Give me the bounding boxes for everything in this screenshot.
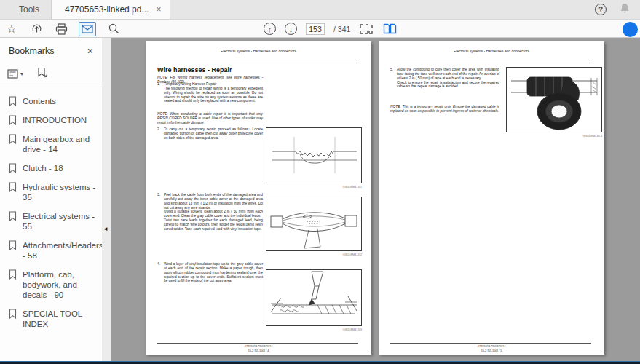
- page-running-header: Electrical systems - Harnesses and conne…: [379, 49, 604, 53]
- figure-caption: GS5D8M413 2: [266, 253, 362, 256]
- step-body: Allow the compound to cure then cover th…: [397, 68, 499, 80]
- bookmark-label: Electrical systems - 55: [23, 211, 98, 232]
- document-tab-label: 47705653-linked pd...: [65, 4, 149, 15]
- bookmarks-list: Contents INTRODUCTION Main gearbox and d…: [0, 87, 102, 333]
- tools-panel-fab[interactable]: [623, 22, 638, 37]
- step-body: The following method to repair wiring is…: [164, 87, 263, 103]
- two-page-view-icon[interactable]: [382, 22, 397, 36]
- add-bookmark-icon[interactable]: [36, 67, 48, 81]
- bookmark-label: Platform, cab, bodywork, and decals - 90: [23, 269, 98, 300]
- main-toolbar: ☆ ↑ ↓: [0, 20, 640, 38]
- step-body: Twist two bare leads together for each d…: [164, 218, 263, 231]
- step-2: 2. To carry out a temporary repair, proc…: [157, 127, 263, 141]
- acrobat-window: Tools 47705653-linked pd... × ? ☆: [0, 0, 640, 364]
- sidebar-gutter: [102, 38, 111, 361]
- bell-icon[interactable]: [620, 3, 630, 17]
- document-page-left: Electrical systems - Harnesses and conne…: [146, 41, 371, 355]
- sidebar-item-introduction[interactable]: INTRODUCTION: [0, 111, 102, 130]
- page-number-input[interactable]: 153: [306, 23, 325, 35]
- bookmark-label: Attachments/Headers - 58: [23, 240, 103, 261]
- header-rule: [157, 63, 357, 63]
- note-text: NOTE: When conducting a cable repair it …: [157, 112, 263, 125]
- help-icon[interactable]: ?: [595, 4, 607, 15]
- next-page-icon[interactable]: ↓: [285, 23, 297, 35]
- bookmark-label: Contents: [23, 96, 56, 106]
- bottom-status-bar: [0, 361, 640, 364]
- figure-caption: GS5D8M413 4: [506, 134, 602, 138]
- figure-caption: GS5D8M413 3: [266, 328, 362, 331]
- email-icon[interactable]: [79, 22, 96, 36]
- figure-damaged-cable: [266, 127, 362, 183]
- print-icon[interactable]: [54, 22, 68, 36]
- step-number: 2.: [157, 127, 164, 141]
- bookmarks-title: Bookmarks: [9, 46, 55, 56]
- tab-tools[interactable]: Tools: [7, 0, 52, 19]
- bookmarks-panel: Bookmarks × ▾ Cont: [0, 38, 102, 361]
- header-rule: [390, 63, 590, 63]
- bookmark-label: Hydraulic systems - 35: [23, 182, 98, 202]
- bookmark-label: INTRODUCTION: [23, 115, 87, 125]
- step-body: To carry out a temporary repair, proceed…: [164, 127, 263, 141]
- figure-peeled-cable: [266, 197, 362, 251]
- document-page-right: Electrical systems - Harnesses and conne…: [379, 41, 604, 355]
- figure-caption: GS5D8M413 1: [266, 185, 362, 189]
- zoom-search-icon[interactable]: [106, 22, 121, 36]
- bookmarks-toolbar: ▾: [0, 61, 102, 87]
- content-region: Bookmarks × ▾ Cont: [0, 38, 640, 361]
- step-1: 1. Temporary Wiring Harness Repair The f…: [157, 82, 263, 103]
- bookmark-options-icon[interactable]: ▾: [7, 69, 23, 79]
- sidebar-item-special-tool-index[interactable]: SPECIAL TOOL INDEX: [0, 304, 102, 333]
- step-title: Temporary Wiring Harness Repair: [164, 82, 216, 86]
- bookmark-label: SPECIAL TOOL INDEX: [23, 309, 98, 329]
- sidebar-item-platform[interactable]: Platform, cab, bodywork, and decals - 90: [0, 265, 102, 304]
- section-title: Wire harnesses - Repair: [157, 66, 232, 74]
- page-running-header: Electrical systems - Harnesses and conne…: [146, 49, 371, 53]
- share-upload-icon[interactable]: [29, 22, 44, 36]
- figure-soldering: [266, 269, 362, 326]
- footer-rule: [157, 343, 358, 344]
- note-text: NOTE: This is a temporary repair only. E…: [390, 105, 499, 114]
- footer-ref: 47705653 29/04/2014: [478, 344, 506, 348]
- footer-rule: [390, 343, 591, 344]
- close-tab-icon[interactable]: ×: [156, 4, 161, 15]
- tab-bar-right: ?: [595, 0, 640, 19]
- step-3: 3. Peel back the cable from both ends of…: [157, 193, 263, 232]
- page-display-icon[interactable]: [359, 22, 374, 36]
- step-number: 5.: [390, 68, 397, 89]
- sidebar-item-main-gearbox[interactable]: Main gearbox and drive - 14: [0, 130, 102, 159]
- collapse-panel-icon[interactable]: ◄: [103, 226, 108, 232]
- footer-page-number: 55.2 [55.100] / 5: [481, 349, 502, 352]
- caret-down-icon: ▾: [20, 71, 23, 77]
- sidebar-item-hydraulic[interactable]: Hydraulic systems - 35: [0, 178, 102, 207]
- step-4: 4. Wind a layer of vinyl insulation tape…: [157, 262, 263, 283]
- toolbar-page-nav: ↑ ↓ 153 / 341: [264, 20, 397, 38]
- document-area[interactable]: Electrical systems - Harnesses and conne…: [111, 38, 640, 361]
- footer-ref: 47705653 29/04/2014: [245, 344, 273, 348]
- page-footer: 47705653 29/04/2014 55.2 [55.100] / 4: [146, 344, 371, 353]
- figure-tape-roll: [506, 67, 602, 132]
- tab-bar: Tools 47705653-linked pd... × ?: [0, 0, 640, 20]
- sidebar-item-attachments[interactable]: Attachments/Headers - 58: [0, 236, 102, 265]
- step-number: 1.: [157, 82, 164, 103]
- step-5: 5. Allow the compound to cure then cover…: [390, 68, 499, 89]
- step-body: Peel back the cable from both ends of th…: [164, 193, 263, 210]
- step-number: 3.: [157, 193, 164, 232]
- step-body: Using a suitable solvent, clean about 2 …: [164, 210, 263, 218]
- sidebar-item-electrical[interactable]: Electrical systems - 55: [0, 207, 102, 236]
- favorites-star-icon[interactable]: ☆: [4, 22, 19, 36]
- close-panel-icon[interactable]: ×: [87, 45, 93, 57]
- step-number: 4.: [157, 262, 164, 283]
- sidebar-item-contents[interactable]: Contents: [0, 92, 102, 111]
- step-body: Wind a layer of vinyl insulation tape up…: [164, 262, 263, 283]
- previous-page-icon[interactable]: ↑: [264, 23, 276, 35]
- page-total-label: / 341: [333, 25, 350, 33]
- toolbar-left-group: ☆: [4, 20, 121, 38]
- step-body: Check to ensure the repair is satisfacto…: [397, 81, 499, 89]
- tab-document[interactable]: 47705653-linked pd... ×: [52, 0, 170, 19]
- footer-page-number: 55.2 [55.100] / 4: [248, 349, 269, 352]
- sidebar-item-clutch[interactable]: Clutch - 18: [0, 159, 102, 178]
- tools-tab-label: Tools: [19, 4, 39, 15]
- bookmark-label: Clutch - 18: [23, 163, 63, 173]
- page-footer: 47705653 29/04/2014 55.2 [55.100] / 5: [379, 344, 604, 353]
- bookmark-label: Main gearbox and drive - 14: [23, 134, 98, 154]
